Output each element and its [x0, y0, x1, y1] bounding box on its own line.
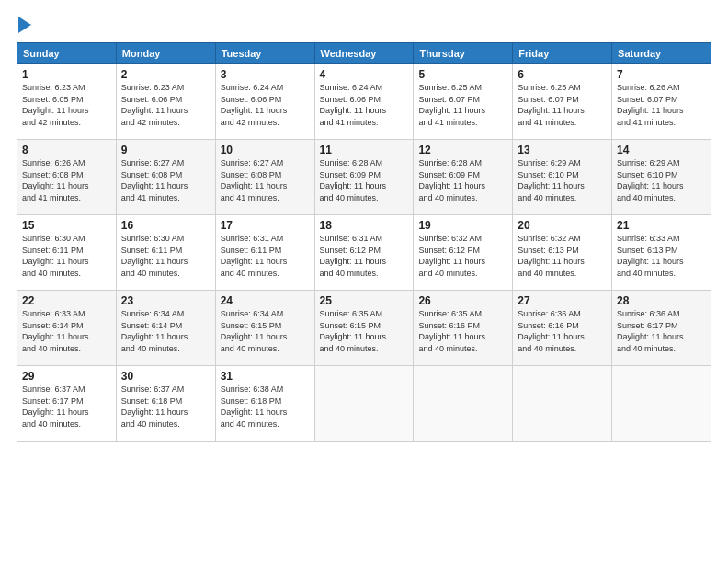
calendar-cell: 15Sunrise: 6:30 AM Sunset: 6:11 PM Dayli…	[17, 215, 117, 291]
day-number: 24	[221, 294, 310, 307]
day-number: 12	[418, 144, 507, 156]
day-info: Sunrise: 6:35 AM Sunset: 6:16 PM Dayligh…	[418, 308, 507, 354]
calendar-cell	[612, 366, 711, 442]
day-info: Sunrise: 6:33 AM Sunset: 6:14 PM Dayligh…	[22, 308, 111, 354]
day-info: Sunrise: 6:24 AM Sunset: 6:06 PM Dayligh…	[221, 82, 310, 128]
calendar-cell: 10Sunrise: 6:27 AM Sunset: 6:08 PM Dayli…	[215, 140, 314, 215]
calendar-cell	[314, 366, 414, 442]
calendar-cell: 8Sunrise: 6:26 AM Sunset: 6:08 PM Daylig…	[17, 140, 117, 215]
day-header-wednesday: Wednesday	[314, 43, 414, 64]
day-number: 23	[121, 294, 210, 307]
calendar-cell: 27Sunrise: 6:36 AM Sunset: 6:16 PM Dayli…	[513, 291, 612, 366]
calendar-cell: 23Sunrise: 6:34 AM Sunset: 6:14 PM Dayli…	[116, 291, 215, 366]
day-info: Sunrise: 6:32 AM Sunset: 6:13 PM Dayligh…	[518, 233, 607, 279]
day-number: 7	[617, 68, 706, 81]
calendar-cell: 25Sunrise: 6:35 AM Sunset: 6:15 PM Dayli…	[314, 291, 414, 366]
calendar-cell: 26Sunrise: 6:35 AM Sunset: 6:16 PM Dayli…	[414, 291, 513, 366]
day-info: Sunrise: 6:30 AM Sunset: 6:11 PM Dayligh…	[121, 233, 210, 279]
day-number: 8	[22, 144, 111, 156]
day-number: 16	[121, 219, 210, 232]
day-info: Sunrise: 6:37 AM Sunset: 6:17 PM Dayligh…	[22, 384, 111, 430]
day-header-sunday: Sunday	[17, 43, 117, 64]
day-header-tuesday: Tuesday	[215, 43, 314, 64]
calendar-cell: 3Sunrise: 6:24 AM Sunset: 6:06 PM Daylig…	[215, 64, 314, 140]
day-header-friday: Friday	[513, 43, 612, 64]
day-header-thursday: Thursday	[414, 43, 513, 64]
day-info: Sunrise: 6:30 AM Sunset: 6:11 PM Dayligh…	[22, 233, 111, 279]
calendar-cell: 17Sunrise: 6:31 AM Sunset: 6:11 PM Dayli…	[215, 215, 314, 291]
calendar-cell: 4Sunrise: 6:24 AM Sunset: 6:06 PM Daylig…	[314, 64, 414, 140]
day-number: 9	[121, 144, 210, 156]
calendar-cell: 24Sunrise: 6:34 AM Sunset: 6:15 PM Dayli…	[215, 291, 314, 366]
day-info: Sunrise: 6:25 AM Sunset: 6:07 PM Dayligh…	[418, 82, 507, 128]
logo-arrow-icon	[18, 17, 31, 33]
day-info: Sunrise: 6:34 AM Sunset: 6:15 PM Dayligh…	[221, 308, 310, 354]
day-info: Sunrise: 6:37 AM Sunset: 6:18 PM Dayligh…	[121, 384, 210, 430]
day-number: 27	[518, 294, 607, 307]
calendar-cell: 18Sunrise: 6:31 AM Sunset: 6:12 PM Dayli…	[314, 215, 414, 291]
day-number: 13	[518, 144, 607, 156]
calendar-cell: 6Sunrise: 6:25 AM Sunset: 6:07 PM Daylig…	[513, 64, 612, 140]
day-info: Sunrise: 6:26 AM Sunset: 6:08 PM Dayligh…	[22, 157, 111, 203]
day-number: 17	[221, 219, 310, 232]
calendar-cell: 29Sunrise: 6:37 AM Sunset: 6:17 PM Dayli…	[17, 366, 117, 442]
day-info: Sunrise: 6:33 AM Sunset: 6:13 PM Dayligh…	[617, 233, 706, 279]
day-info: Sunrise: 6:32 AM Sunset: 6:12 PM Dayligh…	[418, 233, 507, 279]
day-info: Sunrise: 6:38 AM Sunset: 6:18 PM Dayligh…	[221, 384, 310, 430]
calendar-cell: 12Sunrise: 6:28 AM Sunset: 6:09 PM Dayli…	[414, 140, 513, 215]
calendar-cell: 21Sunrise: 6:33 AM Sunset: 6:13 PM Dayli…	[612, 215, 711, 291]
calendar-cell: 13Sunrise: 6:29 AM Sunset: 6:10 PM Dayli…	[513, 140, 612, 215]
day-number: 11	[320, 144, 409, 156]
day-info: Sunrise: 6:26 AM Sunset: 6:07 PM Dayligh…	[617, 82, 706, 128]
day-number: 6	[518, 68, 607, 81]
day-number: 31	[221, 370, 310, 383]
logo	[17, 17, 31, 33]
day-info: Sunrise: 6:23 AM Sunset: 6:06 PM Dayligh…	[121, 82, 210, 128]
day-info: Sunrise: 6:28 AM Sunset: 6:09 PM Dayligh…	[320, 157, 409, 203]
calendar-row-2: 8Sunrise: 6:26 AM Sunset: 6:08 PM Daylig…	[17, 140, 711, 215]
calendar-cell	[513, 366, 612, 442]
day-number: 19	[418, 219, 507, 232]
calendar-cell: 31Sunrise: 6:38 AM Sunset: 6:18 PM Dayli…	[215, 366, 314, 442]
day-number: 15	[22, 219, 111, 232]
calendar-cell: 16Sunrise: 6:30 AM Sunset: 6:11 PM Dayli…	[116, 215, 215, 291]
calendar-cell: 11Sunrise: 6:28 AM Sunset: 6:09 PM Dayli…	[314, 140, 414, 215]
calendar-row-4: 22Sunrise: 6:33 AM Sunset: 6:14 PM Dayli…	[17, 291, 711, 366]
header	[17, 17, 711, 33]
day-number: 5	[418, 68, 507, 81]
day-info: Sunrise: 6:29 AM Sunset: 6:10 PM Dayligh…	[617, 157, 706, 203]
calendar-cell: 14Sunrise: 6:29 AM Sunset: 6:10 PM Dayli…	[612, 140, 711, 215]
day-info: Sunrise: 6:28 AM Sunset: 6:09 PM Dayligh…	[418, 157, 507, 203]
calendar-row-1: 1Sunrise: 6:23 AM Sunset: 6:05 PM Daylig…	[17, 64, 711, 140]
day-number: 1	[22, 68, 111, 81]
day-number: 10	[221, 144, 310, 156]
calendar-cell: 5Sunrise: 6:25 AM Sunset: 6:07 PM Daylig…	[414, 64, 513, 140]
calendar-row-3: 15Sunrise: 6:30 AM Sunset: 6:11 PM Dayli…	[17, 215, 711, 291]
day-info: Sunrise: 6:23 AM Sunset: 6:05 PM Dayligh…	[22, 82, 111, 128]
day-number: 14	[617, 144, 706, 156]
day-number: 3	[221, 68, 310, 81]
day-number: 30	[121, 370, 210, 383]
calendar-cell: 20Sunrise: 6:32 AM Sunset: 6:13 PM Dayli…	[513, 215, 612, 291]
day-info: Sunrise: 6:27 AM Sunset: 6:08 PM Dayligh…	[221, 157, 310, 203]
calendar-cell: 9Sunrise: 6:27 AM Sunset: 6:08 PM Daylig…	[116, 140, 215, 215]
calendar-cell: 1Sunrise: 6:23 AM Sunset: 6:05 PM Daylig…	[17, 64, 117, 140]
day-number: 18	[320, 219, 409, 232]
day-number: 2	[121, 68, 210, 81]
calendar-cell: 7Sunrise: 6:26 AM Sunset: 6:07 PM Daylig…	[612, 64, 711, 140]
calendar-cell: 2Sunrise: 6:23 AM Sunset: 6:06 PM Daylig…	[116, 64, 215, 140]
day-number: 29	[22, 370, 111, 383]
calendar-cell: 22Sunrise: 6:33 AM Sunset: 6:14 PM Dayli…	[17, 291, 117, 366]
calendar-table: SundayMondayTuesdayWednesdayThursdayFrid…	[17, 42, 711, 442]
day-header-saturday: Saturday	[612, 43, 711, 64]
calendar-header-row: SundayMondayTuesdayWednesdayThursdayFrid…	[17, 43, 711, 64]
day-info: Sunrise: 6:31 AM Sunset: 6:12 PM Dayligh…	[320, 233, 409, 279]
day-number: 4	[320, 68, 409, 81]
day-number: 26	[418, 294, 507, 307]
day-info: Sunrise: 6:34 AM Sunset: 6:14 PM Dayligh…	[121, 308, 210, 354]
page: SundayMondayTuesdayWednesdayThursdayFrid…	[0, 0, 728, 563]
day-number: 25	[320, 294, 409, 307]
calendar-cell: 30Sunrise: 6:37 AM Sunset: 6:18 PM Dayli…	[116, 366, 215, 442]
day-info: Sunrise: 6:29 AM Sunset: 6:10 PM Dayligh…	[518, 157, 607, 203]
day-info: Sunrise: 6:24 AM Sunset: 6:06 PM Dayligh…	[320, 82, 409, 128]
